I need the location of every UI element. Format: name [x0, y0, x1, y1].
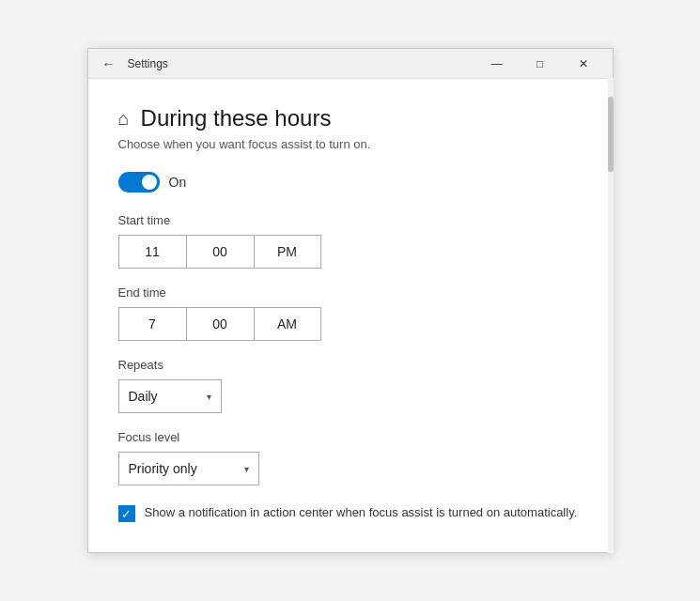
- checkbox-checkmark: ✓: [121, 508, 132, 520]
- repeats-value: Daily: [129, 389, 158, 404]
- end-time-label: End time: [118, 285, 583, 300]
- window-title: Settings: [128, 57, 475, 70]
- focus-level-dropdown[interactable]: Priority only ▾: [118, 452, 259, 485]
- start-time-row: 11 00 PM: [118, 235, 583, 269]
- end-hour-input[interactable]: 7: [118, 307, 186, 341]
- minimize-button[interactable]: —: [475, 49, 519, 79]
- focus-level-section: Focus level Priority only ▾: [118, 430, 583, 485]
- end-ampm-input[interactable]: AM: [254, 307, 321, 341]
- maximize-button[interactable]: □: [519, 49, 562, 79]
- start-time-label: Start time: [118, 213, 583, 227]
- back-button[interactable]: ←: [96, 51, 122, 77]
- end-minute-input[interactable]: 00: [186, 307, 254, 341]
- focus-assist-toggle[interactable]: [118, 172, 160, 193]
- repeats-dropdown-arrow: ▾: [207, 392, 211, 402]
- checkbox-label: Show a notification in action center whe…: [145, 504, 578, 521]
- page-header: ⌂ During these hours: [118, 105, 583, 131]
- page-title: During these hours: [141, 105, 332, 131]
- repeats-dropdown[interactable]: Daily ▾: [118, 379, 222, 413]
- page-subtitle: Choose when you want focus assist to tur…: [118, 137, 583, 151]
- window-controls: — □ ✕: [475, 49, 605, 79]
- repeats-label: Repeats: [118, 358, 583, 372]
- start-hour-input[interactable]: 11: [118, 235, 186, 269]
- close-button[interactable]: ✕: [562, 49, 605, 79]
- titlebar: ← Settings — □ ✕: [88, 49, 613, 79]
- checkbox-row: ✓ Show a notification in action center w…: [118, 504, 583, 522]
- start-minute-input[interactable]: 00: [186, 235, 254, 269]
- page-content: ⌂ During these hours Choose when you wan…: [88, 79, 613, 552]
- focus-level-value: Priority only: [129, 461, 197, 476]
- start-ampm-input[interactable]: PM: [254, 235, 321, 269]
- scrollbar-thumb[interactable]: [608, 97, 614, 172]
- toggle-row: On: [118, 172, 583, 193]
- repeats-section: Repeats Daily ▾: [118, 358, 583, 413]
- toggle-thumb: [142, 175, 157, 190]
- scrollbar-track: [608, 78, 614, 553]
- toggle-label: On: [169, 175, 187, 190]
- end-time-row: 7 00 AM: [118, 307, 583, 341]
- focus-level-dropdown-arrow: ▾: [244, 464, 249, 474]
- focus-level-label: Focus level: [118, 430, 583, 444]
- notification-checkbox[interactable]: ✓: [118, 505, 135, 522]
- settings-window: ← Settings — □ ✕ ⌂ During these hours Ch…: [87, 48, 614, 553]
- home-icon: ⌂: [118, 108, 130, 130]
